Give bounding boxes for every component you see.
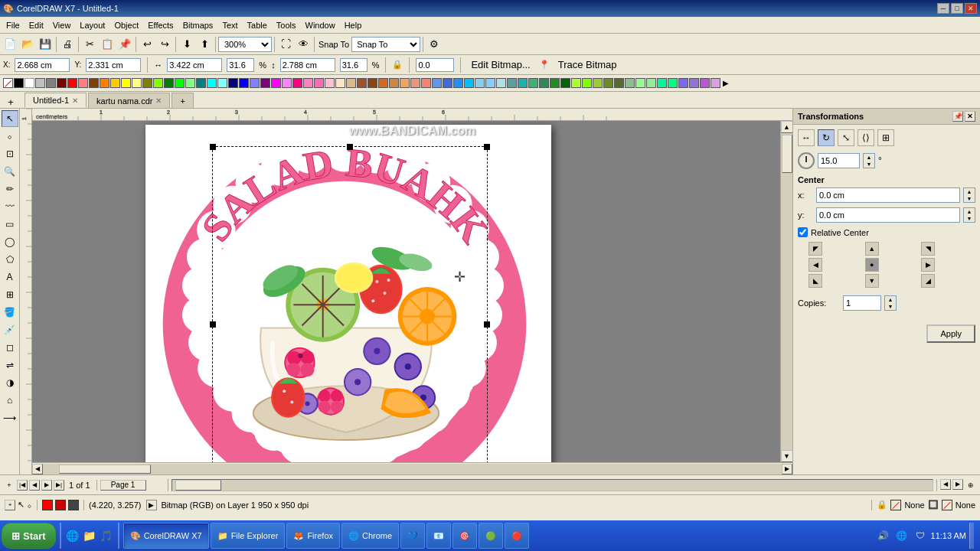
color-swatch-62[interactable] (678, 78, 688, 88)
color-swatch-5[interactable] (67, 78, 77, 88)
next-page-btn[interactable]: ▶ (41, 480, 52, 491)
color-swatch-0[interactable] (14, 78, 24, 88)
color-swatch-13[interactable] (153, 78, 163, 88)
color-swatch-48[interactable] (528, 78, 538, 88)
apply-button[interactable]: Apply (926, 324, 975, 343)
scroll-up-btn[interactable]: ▲ (781, 121, 793, 133)
color-swatch-49[interactable] (539, 78, 549, 88)
pos-tr[interactable]: ◥ (921, 242, 935, 256)
color-swatch-43[interactable] (475, 78, 485, 88)
color-swatch-51[interactable] (560, 78, 570, 88)
handle-tc[interactable] (347, 144, 353, 150)
height-pct-input[interactable] (340, 58, 368, 72)
color-swatch-25[interactable] (282, 78, 292, 88)
width-input[interactable] (167, 58, 222, 72)
taskbar-coreldraw-btn[interactable]: 🎨 CorelDRAW X7 (123, 523, 209, 549)
trace-bitmap-btn[interactable]: Trace Bitmap (554, 57, 621, 73)
page-prev-btn[interactable]: ◀ (32, 464, 43, 474)
close-button[interactable]: ✕ (965, 3, 977, 14)
color-swatch-39[interactable] (432, 78, 442, 88)
tab-kartu-close[interactable]: ✕ (155, 96, 162, 105)
color-swatch-50[interactable] (550, 78, 560, 88)
snap-select[interactable]: Snap To (351, 37, 420, 52)
color-swatch-63[interactable] (689, 78, 699, 88)
color-swatch-11[interactable] (132, 78, 142, 88)
color-swatch-4[interactable] (57, 78, 67, 88)
clock-display[interactable]: 11:13 AM (931, 530, 966, 541)
tray-icon-1[interactable]: 🔊 (876, 523, 891, 549)
hscroll-thumb2[interactable] (175, 480, 221, 491)
pos-mc[interactable]: ● (865, 258, 879, 272)
color-swatch-47[interactable] (518, 78, 528, 88)
ellipse-tool[interactable]: ◯ (2, 233, 18, 250)
panel-close-btn[interactable]: ✕ (965, 111, 975, 122)
transform-skew-btn[interactable]: ⟨⟩ (858, 129, 874, 146)
pos-bc[interactable]: ▼ (865, 274, 879, 288)
taskbar-explorer-icon[interactable]: 📁 (82, 523, 97, 549)
color-swatch-15[interactable] (175, 78, 185, 88)
taskbar-app6-btn[interactable]: 🎯 (452, 523, 477, 549)
color-swatch-22[interactable] (250, 78, 260, 88)
canvas-area[interactable]: SALAD BUAHKU (32, 121, 792, 462)
pos-bl[interactable]: ◣ (808, 274, 822, 288)
export-button[interactable]: ⬆ (196, 36, 213, 53)
menu-effects[interactable]: Effects (143, 19, 178, 31)
connector-tool[interactable]: ⟶ (2, 409, 18, 426)
copies-up-btn[interactable]: ▲ (885, 296, 896, 303)
color-swatch-20[interactable] (228, 78, 238, 88)
import-button[interactable]: ⬇ (178, 36, 195, 53)
scroll-right-more[interactable]: ▶ (952, 479, 963, 490)
tab-kartu-nama[interactable]: kartu nama.cdr ✕ (88, 93, 170, 108)
color-swatch-2[interactable] (35, 78, 45, 88)
color-swatch-30[interactable] (335, 78, 345, 88)
color-swatch-41[interactable] (453, 78, 463, 88)
eyedropper-tool[interactable]: 💉 (2, 321, 18, 338)
center-x-input[interactable] (816, 187, 960, 203)
width-pct-input[interactable] (227, 58, 254, 72)
taskbar-ie-icon[interactable]: 🌐 (65, 523, 80, 549)
color-swatch-61[interactable] (668, 78, 678, 88)
color-swatch-12[interactable] (142, 78, 152, 88)
maximize-button[interactable]: □ (951, 3, 963, 14)
color-swatch-59[interactable] (646, 78, 656, 88)
taskbar-media-icon[interactable]: 🎵 (99, 523, 114, 549)
color-swatch-32[interactable] (357, 78, 367, 88)
color-swatch-17[interactable] (196, 78, 206, 88)
copies-down-btn[interactable]: ▼ (885, 303, 896, 310)
transparency-tool[interactable]: ◑ (2, 374, 18, 391)
transform-size-btn[interactable]: ⊞ (877, 129, 894, 146)
menu-layout[interactable]: Layout (75, 19, 109, 31)
color-swatch-60[interactable] (657, 78, 667, 88)
handle-tl[interactable] (210, 144, 216, 150)
color-swatch-34[interactable] (378, 78, 388, 88)
rotation-dial[interactable] (798, 152, 815, 169)
color-swatch-7[interactable] (89, 78, 99, 88)
taskbar-app4-btn[interactable]: 💙 (400, 523, 425, 549)
menu-edit[interactable]: Edit (24, 19, 48, 31)
color-swatch-56[interactable] (614, 78, 624, 88)
zoom-fit-btn[interactable]: ⊕ (965, 479, 977, 491)
fill-none-indicator[interactable] (890, 500, 901, 510)
cx-down-btn[interactable]: ▼ (964, 195, 975, 202)
color-swatch-23[interactable] (260, 78, 270, 88)
color-swatch-18[interactable] (207, 78, 217, 88)
add-page-btn[interactable]: + (3, 479, 15, 491)
pos-tc[interactable]: ▲ (865, 242, 879, 256)
color-swatch-3[interactable] (46, 78, 56, 88)
relative-center-checkbox[interactable] (798, 227, 808, 237)
zoom-tool[interactable]: 🔍 (2, 163, 18, 180)
copy-button[interactable]: 📋 (99, 36, 116, 53)
menu-help[interactable]: Help (340, 19, 367, 31)
color-swatch-36[interactable] (400, 78, 410, 88)
color-swatch-33[interactable] (368, 78, 377, 88)
tab-untitled[interactable]: Untitled-1 ✕ (24, 93, 87, 108)
menu-file[interactable]: File (2, 19, 24, 31)
color-swatch-35[interactable] (389, 78, 399, 88)
scroll-down-btn[interactable]: ▼ (781, 450, 793, 462)
vertical-scrollbar[interactable]: ▲ ▼ (780, 121, 792, 462)
crop-tool[interactable]: ⊡ (2, 145, 18, 162)
color-swatch-16[interactable] (185, 78, 195, 88)
freehand-tool[interactable]: ✏ (2, 181, 18, 197)
menu-text[interactable]: Text (217, 19, 242, 31)
taskbar-firefox-btn[interactable]: 🦊 Firefox (286, 523, 340, 549)
